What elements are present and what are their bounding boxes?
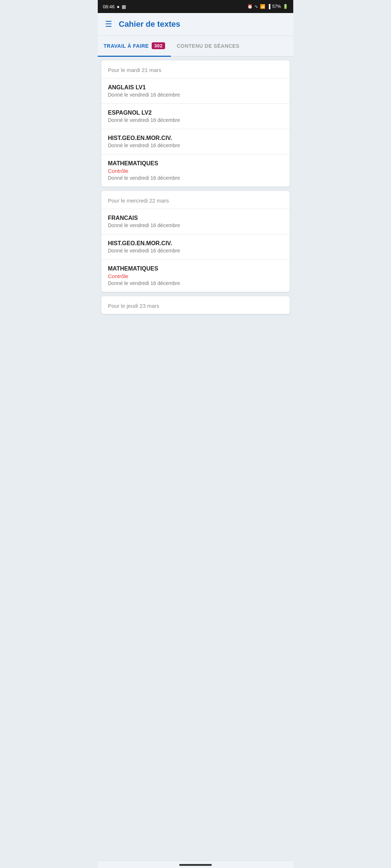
subject-given: Donné le vendredi 16 décembre: [108, 280, 283, 286]
list-item[interactable]: ANGLAIS LV1 Donné le vendredi 16 décembr…: [101, 78, 290, 103]
status-left: 08:46 ● ▦: [103, 4, 126, 9]
subject-given: Donné le vendredi 16 décembre: [108, 175, 283, 181]
wifi-icon: ∿: [255, 4, 258, 9]
header: ☰ Cahier de textes: [98, 13, 293, 36]
status-right: ⏰ ∿ 📶 ▐ 57% 🔋: [247, 4, 288, 9]
subject-name: FRANCAIS: [108, 215, 283, 221]
list-item[interactable]: HIST.GEO.EN.MOR.CIV. Donné le vendredi 1…: [101, 129, 290, 154]
subject-given: Donné le vendredi 16 décembre: [108, 248, 283, 254]
tab-contenu-de-seances[interactable]: CONTENU DE SÉANCES: [171, 37, 245, 55]
status-bar: 08:46 ● ▦ ⏰ ∿ 📶 ▐ 57% 🔋: [98, 0, 293, 13]
list-item[interactable]: HIST.GEO.EN.MOR.CIV. Donné le vendredi 1…: [101, 234, 290, 259]
signal-icon: ▐: [267, 4, 270, 9]
subject-given: Donné le vendredi 16 décembre: [108, 222, 283, 228]
subject-name: MATHEMATIQUES: [108, 160, 283, 167]
travail-badge: 302: [152, 42, 165, 49]
group-date-jeudi: Pour le jeudi 23 mars: [101, 296, 290, 314]
subject-name: ANGLAIS LV1: [108, 84, 283, 91]
list-item[interactable]: ESPAGNOL LV2 Donné le vendredi 16 décemb…: [101, 103, 290, 129]
list-item[interactable]: FRANCAIS Donné le vendredi 16 décembre: [101, 209, 290, 234]
subject-name: ESPAGNOL LV2: [108, 110, 283, 116]
tab-contenu-label: CONTENU DE SÉANCES: [177, 43, 239, 49]
subject-name: HIST.GEO.EN.MOR.CIV.: [108, 135, 283, 141]
subject-given: Donné le vendredi 16 décembre: [108, 92, 283, 98]
time: 08:46: [103, 4, 115, 9]
subject-name: MATHEMATIQUES: [108, 265, 283, 272]
subject-control: Contrôle: [108, 168, 283, 174]
page-title: Cahier de textes: [119, 20, 180, 29]
tabs-container: TRAVAIL À FAIRE 302 CONTENU DE SÉANCES: [98, 36, 293, 57]
group-card-mercredi: Pour le mercredi 22 mars FRANCAIS Donné …: [101, 191, 290, 292]
list-item[interactable]: MATHEMATIQUES Contrôle Donné le vendredi…: [101, 259, 290, 292]
subject-name: HIST.GEO.EN.MOR.CIV.: [108, 240, 283, 247]
group-date-mercredi: Pour le mercredi 22 mars: [101, 191, 290, 209]
subject-given: Donné le vendredi 16 décembre: [108, 117, 283, 123]
tab-travail-label: TRAVAIL À FAIRE: [104, 43, 149, 49]
menu-icon[interactable]: ☰: [105, 20, 112, 29]
battery-icon: 🔋: [283, 4, 288, 9]
alarm-icon: ⏰: [247, 4, 253, 9]
battery-text: 57%: [272, 4, 281, 9]
subject-given: Donné le vendredi 16 décembre: [108, 142, 283, 148]
call-icon: 📶: [260, 4, 265, 9]
image-icon: ▦: [122, 4, 126, 9]
location-dot-icon: ●: [117, 4, 120, 9]
tab-travail-a-faire[interactable]: TRAVAIL À FAIRE 302: [98, 36, 171, 57]
group-card-mardi: Pour le mardi 21 mars ANGLAIS LV1 Donné …: [101, 60, 290, 187]
group-card-jeudi: Pour le jeudi 23 mars: [101, 296, 290, 314]
content-area: Pour le mardi 21 mars ANGLAIS LV1 Donné …: [98, 57, 293, 322]
subject-control: Contrôle: [108, 273, 283, 279]
group-date-mardi: Pour le mardi 21 mars: [101, 60, 290, 78]
list-item[interactable]: MATHEMATIQUES Contrôle Donné le vendredi…: [101, 154, 290, 187]
